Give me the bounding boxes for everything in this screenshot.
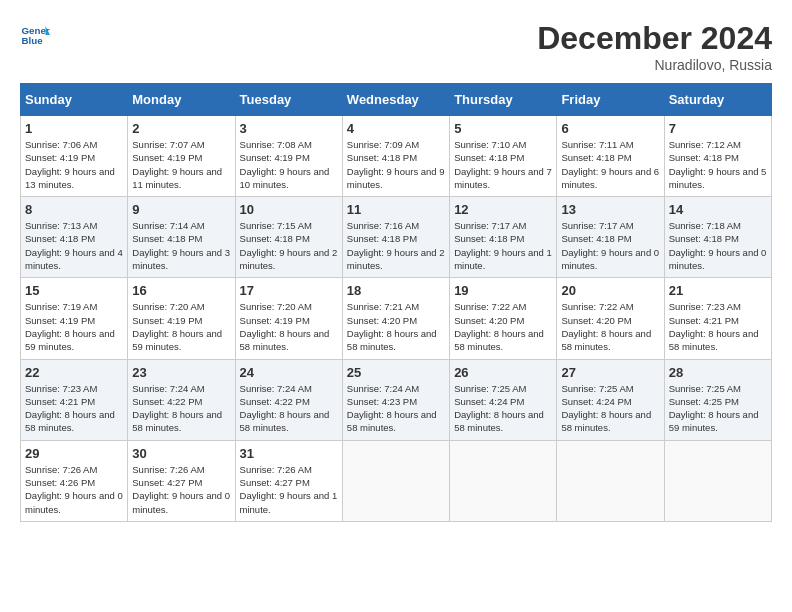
page-header: General Blue December 2024 Nuradilovo, R… [20,20,772,73]
calendar-cell [557,440,664,521]
calendar-cell: 6Sunrise: 7:11 AMSunset: 4:18 PMDaylight… [557,116,664,197]
day-info: Sunrise: 7:13 AMSunset: 4:18 PMDaylight:… [25,219,123,272]
day-info: Sunrise: 7:06 AMSunset: 4:19 PMDaylight:… [25,138,123,191]
calendar-cell: 1Sunrise: 7:06 AMSunset: 4:19 PMDaylight… [21,116,128,197]
day-info: Sunrise: 7:22 AMSunset: 4:20 PMDaylight:… [561,300,659,353]
day-number: 24 [240,365,338,380]
calendar-week-row: 1Sunrise: 7:06 AMSunset: 4:19 PMDaylight… [21,116,772,197]
day-of-week-header: Thursday [450,84,557,116]
day-info: Sunrise: 7:08 AMSunset: 4:19 PMDaylight:… [240,138,338,191]
day-number: 30 [132,446,230,461]
calendar-cell: 26Sunrise: 7:25 AMSunset: 4:24 PMDayligh… [450,359,557,440]
day-info: Sunrise: 7:16 AMSunset: 4:18 PMDaylight:… [347,219,445,272]
day-number: 6 [561,121,659,136]
day-info: Sunrise: 7:14 AMSunset: 4:18 PMDaylight:… [132,219,230,272]
day-info: Sunrise: 7:25 AMSunset: 4:25 PMDaylight:… [669,382,767,435]
day-of-week-header: Tuesday [235,84,342,116]
day-number: 21 [669,283,767,298]
calendar-week-row: 22Sunrise: 7:23 AMSunset: 4:21 PMDayligh… [21,359,772,440]
calendar-cell: 17Sunrise: 7:20 AMSunset: 4:19 PMDayligh… [235,278,342,359]
calendar-cell: 20Sunrise: 7:22 AMSunset: 4:20 PMDayligh… [557,278,664,359]
day-number: 1 [25,121,123,136]
day-number: 15 [25,283,123,298]
day-info: Sunrise: 7:24 AMSunset: 4:22 PMDaylight:… [240,382,338,435]
day-number: 12 [454,202,552,217]
day-of-week-header: Sunday [21,84,128,116]
day-number: 3 [240,121,338,136]
day-of-week-header: Saturday [664,84,771,116]
calendar-cell: 23Sunrise: 7:24 AMSunset: 4:22 PMDayligh… [128,359,235,440]
day-number: 16 [132,283,230,298]
day-info: Sunrise: 7:17 AMSunset: 4:18 PMDaylight:… [454,219,552,272]
calendar-cell: 4Sunrise: 7:09 AMSunset: 4:18 PMDaylight… [342,116,449,197]
calendar-cell: 10Sunrise: 7:15 AMSunset: 4:18 PMDayligh… [235,197,342,278]
day-info: Sunrise: 7:20 AMSunset: 4:19 PMDaylight:… [240,300,338,353]
day-number: 26 [454,365,552,380]
day-info: Sunrise: 7:19 AMSunset: 4:19 PMDaylight:… [25,300,123,353]
calendar-cell [450,440,557,521]
day-info: Sunrise: 7:22 AMSunset: 4:20 PMDaylight:… [454,300,552,353]
calendar-cell: 31Sunrise: 7:26 AMSunset: 4:27 PMDayligh… [235,440,342,521]
day-info: Sunrise: 7:15 AMSunset: 4:18 PMDaylight:… [240,219,338,272]
day-number: 7 [669,121,767,136]
day-number: 2 [132,121,230,136]
calendar-cell: 22Sunrise: 7:23 AMSunset: 4:21 PMDayligh… [21,359,128,440]
logo: General Blue [20,20,54,50]
calendar-cell: 24Sunrise: 7:24 AMSunset: 4:22 PMDayligh… [235,359,342,440]
calendar-cell: 5Sunrise: 7:10 AMSunset: 4:18 PMDaylight… [450,116,557,197]
day-number: 25 [347,365,445,380]
day-number: 13 [561,202,659,217]
calendar-cell: 15Sunrise: 7:19 AMSunset: 4:19 PMDayligh… [21,278,128,359]
day-of-week-header: Wednesday [342,84,449,116]
day-number: 20 [561,283,659,298]
day-info: Sunrise: 7:26 AMSunset: 4:26 PMDaylight:… [25,463,123,516]
day-number: 22 [25,365,123,380]
day-number: 8 [25,202,123,217]
month-title: December 2024 [537,20,772,57]
day-number: 4 [347,121,445,136]
day-number: 18 [347,283,445,298]
day-info: Sunrise: 7:23 AMSunset: 4:21 PMDaylight:… [25,382,123,435]
day-number: 10 [240,202,338,217]
calendar-cell [664,440,771,521]
day-number: 23 [132,365,230,380]
calendar-cell: 19Sunrise: 7:22 AMSunset: 4:20 PMDayligh… [450,278,557,359]
day-info: Sunrise: 7:12 AMSunset: 4:18 PMDaylight:… [669,138,767,191]
day-number: 5 [454,121,552,136]
title-block: December 2024 Nuradilovo, Russia [537,20,772,73]
day-number: 14 [669,202,767,217]
calendar-table: SundayMondayTuesdayWednesdayThursdayFrid… [20,83,772,522]
calendar-cell: 11Sunrise: 7:16 AMSunset: 4:18 PMDayligh… [342,197,449,278]
day-info: Sunrise: 7:24 AMSunset: 4:22 PMDaylight:… [132,382,230,435]
location: Nuradilovo, Russia [537,57,772,73]
day-number: 28 [669,365,767,380]
day-info: Sunrise: 7:17 AMSunset: 4:18 PMDaylight:… [561,219,659,272]
day-info: Sunrise: 7:11 AMSunset: 4:18 PMDaylight:… [561,138,659,191]
day-number: 17 [240,283,338,298]
calendar-cell: 14Sunrise: 7:18 AMSunset: 4:18 PMDayligh… [664,197,771,278]
day-info: Sunrise: 7:24 AMSunset: 4:23 PMDaylight:… [347,382,445,435]
calendar-week-row: 15Sunrise: 7:19 AMSunset: 4:19 PMDayligh… [21,278,772,359]
calendar-cell: 7Sunrise: 7:12 AMSunset: 4:18 PMDaylight… [664,116,771,197]
calendar-cell: 18Sunrise: 7:21 AMSunset: 4:20 PMDayligh… [342,278,449,359]
calendar-cell: 30Sunrise: 7:26 AMSunset: 4:27 PMDayligh… [128,440,235,521]
day-info: Sunrise: 7:09 AMSunset: 4:18 PMDaylight:… [347,138,445,191]
day-of-week-header: Monday [128,84,235,116]
day-of-week-header: Friday [557,84,664,116]
calendar-cell: 13Sunrise: 7:17 AMSunset: 4:18 PMDayligh… [557,197,664,278]
day-info: Sunrise: 7:25 AMSunset: 4:24 PMDaylight:… [561,382,659,435]
day-number: 9 [132,202,230,217]
calendar-body: 1Sunrise: 7:06 AMSunset: 4:19 PMDaylight… [21,116,772,522]
calendar-week-row: 29Sunrise: 7:26 AMSunset: 4:26 PMDayligh… [21,440,772,521]
day-info: Sunrise: 7:26 AMSunset: 4:27 PMDaylight:… [240,463,338,516]
calendar-cell: 25Sunrise: 7:24 AMSunset: 4:23 PMDayligh… [342,359,449,440]
day-info: Sunrise: 7:26 AMSunset: 4:27 PMDaylight:… [132,463,230,516]
calendar-cell: 2Sunrise: 7:07 AMSunset: 4:19 PMDaylight… [128,116,235,197]
day-number: 11 [347,202,445,217]
calendar-cell: 3Sunrise: 7:08 AMSunset: 4:19 PMDaylight… [235,116,342,197]
day-info: Sunrise: 7:21 AMSunset: 4:20 PMDaylight:… [347,300,445,353]
calendar-cell: 21Sunrise: 7:23 AMSunset: 4:21 PMDayligh… [664,278,771,359]
day-info: Sunrise: 7:25 AMSunset: 4:24 PMDaylight:… [454,382,552,435]
day-number: 19 [454,283,552,298]
day-number: 31 [240,446,338,461]
